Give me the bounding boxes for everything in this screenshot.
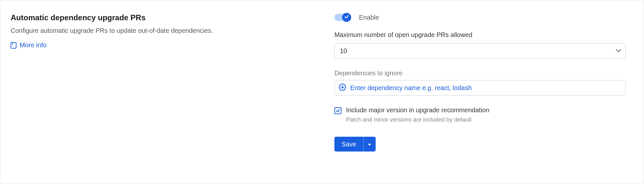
- include-major-checkbox[interactable]: [334, 107, 341, 114]
- include-major-hint: Patch and minor versions are included by…: [346, 116, 489, 123]
- toggle-thumb: [342, 13, 351, 22]
- max-prs-field: [334, 43, 626, 59]
- form-column: Enable Maximum number of open upgrade PR…: [334, 13, 633, 171]
- include-major-texts: Include major version in upgrade recomme…: [346, 106, 489, 123]
- max-prs-select[interactable]: [334, 43, 626, 59]
- max-prs-label: Maximum number of open upgrade PRs allow…: [334, 31, 626, 39]
- include-major-row: Include major version in upgrade recomme…: [334, 106, 626, 123]
- caret-down-icon: [368, 142, 371, 147]
- svg-rect-0: [11, 42, 16, 48]
- settings-panel: Automatic dependency upgrade PRs Configu…: [0, 0, 644, 184]
- save-button[interactable]: Save: [334, 137, 363, 152]
- section-title: Automatic dependency upgrade PRs: [11, 13, 327, 22]
- description-column: Automatic dependency upgrade PRs Configu…: [11, 13, 334, 171]
- save-button-group: Save: [334, 137, 376, 152]
- book-icon: [11, 42, 16, 49]
- enable-row: Enable: [334, 13, 626, 22]
- more-info-link[interactable]: More info: [11, 41, 46, 49]
- ignore-input[interactable]: [350, 80, 621, 95]
- check-icon: [336, 108, 340, 113]
- enable-label: Enable: [359, 14, 379, 21]
- enable-toggle[interactable]: [334, 13, 351, 22]
- ignore-label: Dependencies to ignore: [334, 69, 626, 77]
- plus-circle-icon: [339, 83, 346, 92]
- more-info-label: More info: [20, 41, 46, 49]
- include-major-label: Include major version in upgrade recomme…: [346, 106, 489, 114]
- ignore-field[interactable]: [334, 80, 626, 96]
- section-description: Configure automatic upgrade PRs to updat…: [11, 26, 327, 35]
- save-dropdown-button[interactable]: [363, 137, 376, 152]
- svg-rect-1: [12, 42, 13, 45]
- check-icon: [344, 14, 349, 20]
